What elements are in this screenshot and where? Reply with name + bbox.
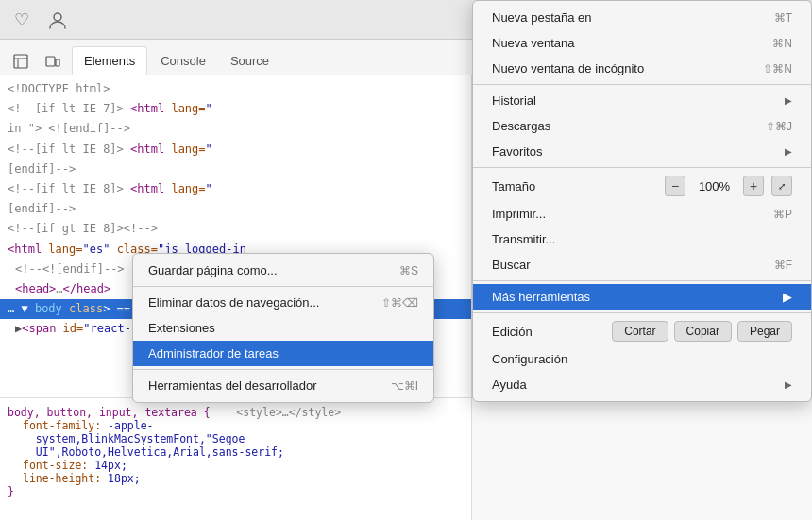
code-line-1: <!--[if lt IE 7]> <html lang=" <box>0 99 471 119</box>
paste-button[interactable]: Pegar <box>737 321 792 342</box>
main-menu-more-tools[interactable]: Más herramientas ▶ <box>473 284 811 310</box>
tab-elements[interactable]: Elements <box>72 46 147 75</box>
menu-item-task-manager[interactable]: Administrador de tareas <box>133 341 433 366</box>
main-menu-incognito[interactable]: Nuevo ventana de incógnito ⇧⌘N <box>473 56 811 81</box>
svg-rect-1 <box>14 55 27 68</box>
zoom-percent: 100% <box>693 179 736 193</box>
main-menu-history[interactable]: Historial ▶ <box>473 88 811 113</box>
device-toggle-icon[interactable] <box>40 48 66 75</box>
main-menu-zoom: Tamaño − 100% + ⤢ <box>473 171 811 201</box>
browser-icons: ♡ <box>11 9 68 30</box>
main-menu-sep-3 <box>473 280 811 281</box>
styles-properties: font-family: -apple- system,BlinkMacSyst… <box>8 419 464 485</box>
code-line-6: [endif]--> <box>0 199 471 219</box>
context-menu[interactable]: Guardar página como... ⌘S Eliminar datos… <box>132 253 434 403</box>
main-menu-sep-1 <box>473 84 811 85</box>
main-menu-edit: Edición Cortar Copiar Pegar <box>473 316 811 346</box>
code-line-4: [endif]--> <box>0 159 471 179</box>
heart-icon[interactable]: ♡ <box>11 9 32 30</box>
tab-console[interactable]: Console <box>149 46 217 75</box>
edit-label: Edición <box>492 325 606 339</box>
main-menu-cast[interactable]: Transmitir... <box>473 226 811 252</box>
menu-item-devtools[interactable]: Herramientas del desarrollador ⌥⌘I <box>133 373 433 398</box>
menu-item-extensions[interactable]: Extensiones <box>133 315 433 341</box>
user-icon[interactable] <box>47 9 68 30</box>
main-menu-sep-2 <box>473 167 811 168</box>
zoom-minus-button[interactable]: − <box>665 176 685 196</box>
svg-rect-5 <box>56 59 59 66</box>
main-menu-favorites[interactable]: Favoritos ▶ <box>473 139 811 164</box>
menu-separator-1 <box>133 286 433 287</box>
copy-button[interactable]: Copiar <box>674 321 732 342</box>
styles-panel: body, button, input, textarea { <style>…… <box>0 397 471 520</box>
svg-point-0 <box>54 13 61 21</box>
main-menu-new-tab[interactable]: Nueva pestaña en ⌘T <box>473 5 811 30</box>
main-menu-new-window[interactable]: Nueva ventana ⌘N <box>473 30 811 56</box>
tab-source[interactable]: Source <box>219 46 280 75</box>
code-line-2: in "> <![endif]--> <box>0 119 471 139</box>
zoom-expand-button[interactable]: ⤢ <box>771 176 792 196</box>
main-menu[interactable]: Nueva pestaña en ⌘T Nueva ventana ⌘N Nue… <box>472 0 812 402</box>
menu-item-clear-data[interactable]: Eliminar datos de navegación... ⇧⌘⌫ <box>133 290 433 315</box>
menu-item-save[interactable]: Guardar página como... ⌘S <box>133 258 433 283</box>
menu-separator-2 <box>133 369 433 370</box>
svg-rect-4 <box>46 57 55 66</box>
main-menu-help[interactable]: Ayuda ▶ <box>473 372 811 397</box>
styles-selector: body, button, input, textarea { <style>…… <box>8 406 464 419</box>
code-line-3: <!--[if lt IE 8]> <html lang=" <box>0 140 471 159</box>
code-line-7: <!--[if gt IE 8]><!--> <box>0 219 471 239</box>
main-menu-sep-4 <box>473 312 811 313</box>
code-line-doctype: <!DOCTYPE html> <box>0 79 471 99</box>
zoom-plus-button[interactable]: + <box>743 176 764 196</box>
main-menu-settings[interactable]: Configuración <box>473 346 811 372</box>
elements-panel-icon[interactable] <box>8 48 34 75</box>
main-menu-find[interactable]: Buscar ⌘F <box>473 252 811 277</box>
zoom-label: Tamaño <box>492 179 657 193</box>
main-menu-print[interactable]: Imprimir... ⌘P <box>473 201 811 226</box>
main-menu-downloads[interactable]: Descargas ⇧⌘J <box>473 113 811 139</box>
code-line-5: <!--[if lt IE 8]> <html lang=" <box>0 179 471 199</box>
cut-button[interactable]: Cortar <box>612 321 668 342</box>
